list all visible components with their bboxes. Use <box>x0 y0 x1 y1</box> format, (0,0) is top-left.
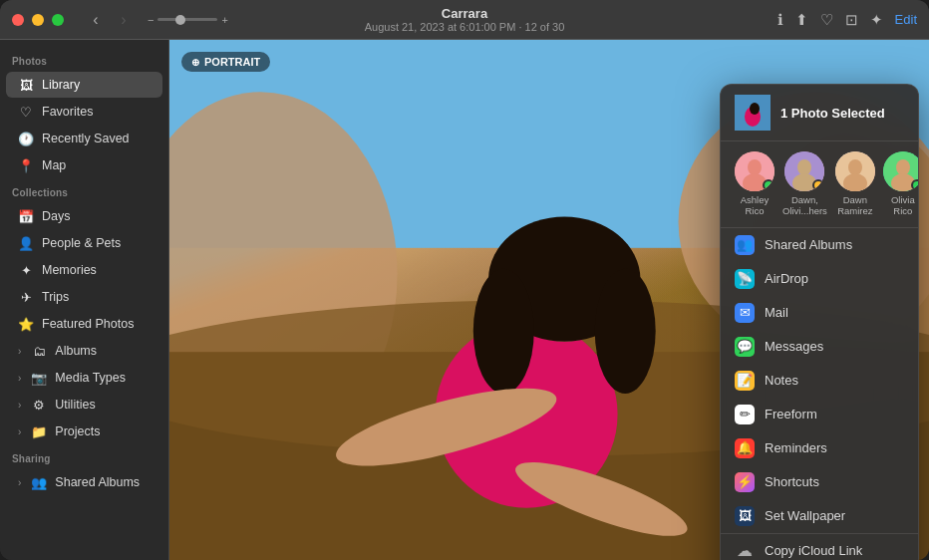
contact-name-ashley: Ashley Rico <box>735 194 774 217</box>
notes-menu-icon: 📝 <box>735 371 755 391</box>
menu-item-notes[interactable]: 📝 Notes <box>721 364 918 398</box>
sidebar-item-utilities[interactable]: › ⚙ Utilities <box>6 392 162 418</box>
menu-item-shared-albums[interactable]: 👥 Shared Albums <box>721 228 918 262</box>
shortcuts-menu-icon: ⚡ <box>735 472 755 492</box>
freeform-menu-icon: ✏ <box>735 405 755 424</box>
ashley-status-dot <box>763 179 774 191</box>
contact-avatar-olivia <box>883 151 919 191</box>
menu-item-reminders[interactable]: 🔔 Reminders <box>721 431 918 465</box>
media-types-icon: 📷 <box>31 370 47 386</box>
projects-icon: 📁 <box>31 423 47 439</box>
menu-item-messages[interactable]: 💬 Messages <box>721 330 918 364</box>
sidebar: Photos 🖼 Library ♡ Favorites 🕐 Recently … <box>0 40 169 560</box>
wallpaper-menu-icon: 🖼 <box>735 506 755 526</box>
sidebar-item-memories[interactable]: ✦ Memories <box>6 257 162 283</box>
portrait-label: PORTRAIT <box>204 56 260 68</box>
share-button[interactable]: ⬆ <box>795 11 808 29</box>
maximize-button[interactable] <box>52 14 64 26</box>
menu-item-mail[interactable]: ✉ Mail <box>721 296 918 330</box>
minimize-button[interactable] <box>32 14 44 26</box>
share-popover: 1 Photo Selected Ashley Ric <box>720 84 919 560</box>
menu-item-wallpaper[interactable]: 🖼 Set Wallpaper <box>721 499 918 533</box>
olivia-status-dot <box>911 179 919 191</box>
menu-item-airdrop[interactable]: 📡 AirDrop <box>721 262 918 296</box>
contact-avatar-ashley <box>735 151 774 191</box>
airdrop-menu-label: AirDrop <box>765 271 808 286</box>
svg-point-15 <box>750 103 760 115</box>
mail-menu-label: Mail <box>765 305 788 320</box>
sidebar-item-people-pets[interactable]: 👤 People & Pets <box>6 230 162 256</box>
contact-name-dawn1: Dawn, Olivi...hers <box>782 194 827 217</box>
shared-albums-icon: 👥 <box>31 474 47 490</box>
library-icon: 🖼 <box>18 77 34 93</box>
contact-item-olivia[interactable]: Olivia Rico <box>883 151 919 217</box>
titlebar: ‹ › − + Carrara August 21, 2023 at 6:01:… <box>0 0 929 40</box>
sidebar-item-shared-albums[interactable]: › 👥 Shared Albums <box>6 469 162 495</box>
sidebar-label-media-types: Media Types <box>55 371 126 385</box>
zoom-slider[interactable] <box>157 18 217 21</box>
sidebar-label-memories: Memories <box>42 263 97 277</box>
window-title: Carrara <box>365 6 565 21</box>
sidebar-label-recently-saved: Recently Saved <box>42 132 130 145</box>
sidebar-item-library[interactable]: 🖼 Library <box>6 72 162 98</box>
messages-menu-label: Messages <box>765 339 823 354</box>
sidebar-item-trips[interactable]: ✈ Trips <box>6 284 162 310</box>
close-button[interactable] <box>12 14 24 26</box>
info-button[interactable]: ℹ <box>777 11 783 29</box>
menu-item-shortcuts[interactable]: ⚡ Shortcuts <box>721 465 918 499</box>
contact-item-ashley[interactable]: Ashley Rico <box>735 151 774 217</box>
photo-area[interactable]: ⊕ PORTRAIT 1 Photo Selected <box>169 40 929 560</box>
zoom-plus[interactable]: + <box>221 14 227 26</box>
wallpaper-menu-label: Set Wallpaper <box>765 508 845 523</box>
traffic-lights <box>12 14 64 26</box>
contact-item-dawn2[interactable]: Dawn Ramirez <box>835 151 875 217</box>
crop-button[interactable]: ⊡ <box>845 11 858 29</box>
icloud-menu-icon: ☁ <box>735 541 755 560</box>
sidebar-label-map: Map <box>42 158 66 172</box>
sidebar-item-media-types[interactable]: › 📷 Media Types <box>6 365 162 391</box>
contact-avatar-dawn1 <box>784 151 824 191</box>
popover-thumbnail <box>735 95 771 131</box>
sharing-section-label: Sharing <box>0 445 168 468</box>
utilities-disclosure: › <box>18 400 21 411</box>
sidebar-item-albums[interactable]: › 🗂 Albums <box>6 338 162 364</box>
sidebar-label-shared-albums: Shared Albums <box>55 475 140 489</box>
notes-menu-label: Notes <box>765 373 798 388</box>
menu-item-icloud-link[interactable]: ☁ Copy iCloud Link <box>721 534 918 560</box>
shared-albums-menu-label: Shared Albums <box>765 237 852 252</box>
menu-item-freeform[interactable]: ✏ Freeform <box>721 398 918 431</box>
featured-photos-icon: ⭐ <box>18 316 34 332</box>
back-button[interactable]: ‹ <box>84 8 108 32</box>
days-icon: 📅 <box>18 208 34 224</box>
airdrop-menu-icon: 📡 <box>735 269 755 289</box>
map-icon: 📍 <box>18 157 34 173</box>
contact-item-dawn1[interactable]: Dawn, Olivi...hers <box>782 151 827 217</box>
sidebar-item-map[interactable]: 📍 Map <box>6 152 162 178</box>
favorite-button[interactable]: ♡ <box>820 11 833 29</box>
collections-section-label: Collections <box>0 179 168 202</box>
sidebar-label-utilities: Utilities <box>55 398 95 412</box>
forward-button[interactable]: › <box>112 8 136 32</box>
shortcuts-menu-label: Shortcuts <box>765 474 819 489</box>
shared-albums-disclosure: › <box>18 477 21 488</box>
people-pets-icon: 👤 <box>18 235 34 251</box>
enhance-button[interactable]: ✦ <box>870 11 883 29</box>
sidebar-label-people-pets: People & Pets <box>42 236 121 250</box>
sidebar-item-recently-saved[interactable]: 🕐 Recently Saved <box>6 126 162 151</box>
reminders-menu-icon: 🔔 <box>735 438 755 458</box>
trips-icon: ✈ <box>18 289 34 305</box>
sidebar-label-library: Library <box>42 78 80 92</box>
main-content: Photos 🖼 Library ♡ Favorites 🕐 Recently … <box>0 40 929 560</box>
zoom-minus[interactable]: − <box>148 14 154 26</box>
recently-saved-icon: 🕐 <box>18 131 34 146</box>
edit-button[interactable]: Edit <box>895 12 917 27</box>
portrait-badge: ⊕ PORTRAIT <box>181 52 270 72</box>
favorites-icon: ♡ <box>18 104 34 120</box>
sidebar-item-days[interactable]: 📅 Days <box>6 203 162 229</box>
sidebar-item-favorites[interactable]: ♡ Favorites <box>6 99 162 125</box>
sidebar-label-featured-photos: Featured Photos <box>42 317 134 331</box>
sidebar-label-albums: Albums <box>55 344 97 358</box>
sidebar-item-projects[interactable]: › 📁 Projects <box>6 419 162 444</box>
svg-point-10 <box>595 269 656 394</box>
sidebar-item-featured-photos[interactable]: ⭐ Featured Photos <box>6 311 162 337</box>
